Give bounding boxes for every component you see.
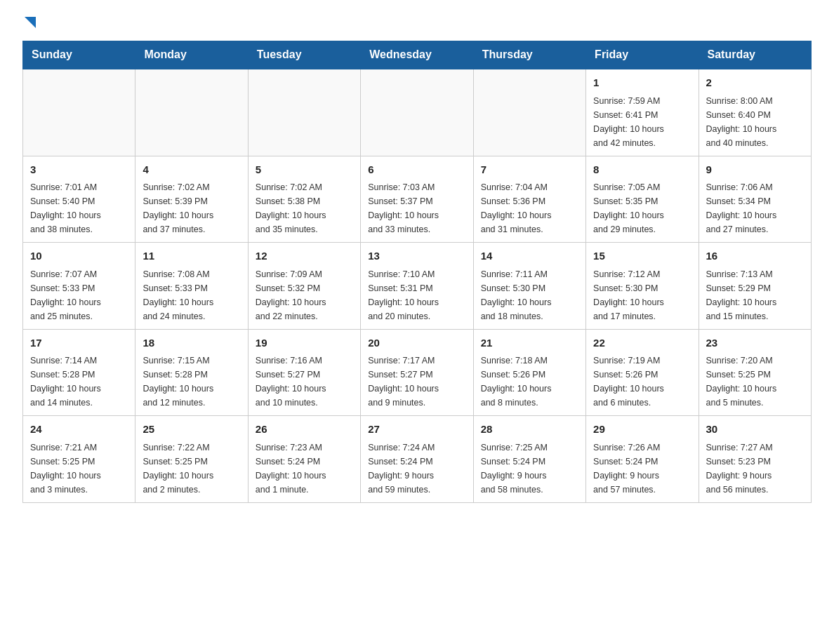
svg-marker-0 [25,17,36,28]
day-info: Sunrise: 7:10 AM Sunset: 5:31 PM Dayligh… [368,267,465,323]
calendar-cell: 22Sunrise: 7:19 AM Sunset: 5:26 PM Dayli… [586,329,699,416]
day-number: 25 [143,422,240,438]
day-info: Sunrise: 7:18 AM Sunset: 5:26 PM Dayligh… [481,354,578,410]
calendar-cell: 12Sunrise: 7:09 AM Sunset: 5:32 PM Dayli… [248,243,360,330]
calendar-header-row: SundayMondayTuesdayWednesdayThursdayFrid… [23,41,812,69]
day-info: Sunrise: 7:14 AM Sunset: 5:28 PM Dayligh… [30,354,128,410]
day-number: 21 [481,335,578,351]
day-number: 29 [593,422,691,438]
day-info: Sunrise: 7:21 AM Sunset: 5:25 PM Dayligh… [30,441,128,497]
day-info: Sunrise: 7:22 AM Sunset: 5:25 PM Dayligh… [143,441,240,497]
day-number: 1 [593,75,691,91]
logo-triangle-icon [25,17,36,31]
col-header-thursday: Thursday [473,41,585,69]
day-number: 27 [368,422,465,438]
calendar-week-row: 1Sunrise: 7:59 AM Sunset: 6:41 PM Daylig… [23,69,812,156]
calendar-cell: 9Sunrise: 7:06 AM Sunset: 5:34 PM Daylig… [699,156,811,243]
day-info: Sunrise: 7:27 AM Sunset: 5:23 PM Dayligh… [706,441,804,497]
calendar-cell: 18Sunrise: 7:15 AM Sunset: 5:28 PM Dayli… [135,329,248,416]
day-info: Sunrise: 7:03 AM Sunset: 5:37 PM Dayligh… [368,180,465,236]
day-info: Sunrise: 7:12 AM Sunset: 5:30 PM Dayligh… [593,267,691,323]
calendar-cell: 8Sunrise: 7:05 AM Sunset: 5:35 PM Daylig… [586,156,699,243]
day-number: 3 [30,162,128,178]
calendar-cell: 11Sunrise: 7:08 AM Sunset: 5:33 PM Dayli… [135,243,248,330]
calendar-cell: 17Sunrise: 7:14 AM Sunset: 5:28 PM Dayli… [23,329,135,416]
calendar-cell: 10Sunrise: 7:07 AM Sunset: 5:33 PM Dayli… [23,243,135,330]
calendar-cell: 3Sunrise: 7:01 AM Sunset: 5:40 PM Daylig… [23,156,135,243]
day-info: Sunrise: 7:08 AM Sunset: 5:33 PM Dayligh… [143,267,240,323]
calendar-week-row: 3Sunrise: 7:01 AM Sunset: 5:40 PM Daylig… [23,156,812,243]
calendar-week-row: 17Sunrise: 7:14 AM Sunset: 5:28 PM Dayli… [23,329,812,416]
calendar-week-row: 10Sunrise: 7:07 AM Sunset: 5:33 PM Dayli… [23,243,812,330]
day-info: Sunrise: 7:13 AM Sunset: 5:29 PM Dayligh… [706,267,804,323]
calendar-cell: 25Sunrise: 7:22 AM Sunset: 5:25 PM Dayli… [135,416,248,503]
day-number: 2 [706,75,804,91]
day-number: 12 [256,248,353,264]
day-number: 22 [593,335,691,351]
calendar-cell: 1Sunrise: 7:59 AM Sunset: 6:41 PM Daylig… [586,69,699,156]
calendar-cell [135,69,248,156]
calendar-cell: 24Sunrise: 7:21 AM Sunset: 5:25 PM Dayli… [23,416,135,503]
day-info: Sunrise: 7:17 AM Sunset: 5:27 PM Dayligh… [368,354,465,410]
col-header-saturday: Saturday [699,41,811,69]
col-header-friday: Friday [586,41,699,69]
day-info: Sunrise: 8:00 AM Sunset: 6:40 PM Dayligh… [706,94,804,150]
calendar-cell: 2Sunrise: 8:00 AM Sunset: 6:40 PM Daylig… [699,69,811,156]
calendar-cell: 23Sunrise: 7:20 AM Sunset: 5:25 PM Dayli… [699,329,811,416]
day-number: 16 [706,248,804,264]
calendar-cell: 19Sunrise: 7:16 AM Sunset: 5:27 PM Dayli… [248,329,360,416]
day-number: 24 [30,422,128,438]
day-info: Sunrise: 7:24 AM Sunset: 5:24 PM Dayligh… [368,441,465,497]
day-info: Sunrise: 7:20 AM Sunset: 5:25 PM Dayligh… [706,354,804,410]
calendar-cell: 4Sunrise: 7:02 AM Sunset: 5:39 PM Daylig… [135,156,248,243]
day-info: Sunrise: 7:06 AM Sunset: 5:34 PM Dayligh… [706,180,804,236]
day-number: 19 [256,335,353,351]
day-info: Sunrise: 7:07 AM Sunset: 5:33 PM Dayligh… [30,267,128,323]
calendar-cell: 30Sunrise: 7:27 AM Sunset: 5:23 PM Dayli… [699,416,811,503]
calendar-cell [361,69,473,156]
day-number: 9 [706,162,804,178]
day-info: Sunrise: 7:25 AM Sunset: 5:24 PM Dayligh… [481,441,578,497]
day-number: 5 [256,162,353,178]
day-number: 30 [706,422,804,438]
day-info: Sunrise: 7:11 AM Sunset: 5:30 PM Dayligh… [481,267,578,323]
calendar-cell: 13Sunrise: 7:10 AM Sunset: 5:31 PM Dayli… [361,243,473,330]
day-number: 26 [256,422,353,438]
day-info: Sunrise: 7:16 AM Sunset: 5:27 PM Dayligh… [256,354,353,410]
day-number: 28 [481,422,578,438]
day-info: Sunrise: 7:05 AM Sunset: 5:35 PM Dayligh… [593,180,691,236]
day-number: 6 [368,162,465,178]
day-number: 20 [368,335,465,351]
day-number: 10 [30,248,128,264]
day-info: Sunrise: 7:01 AM Sunset: 5:40 PM Dayligh… [30,180,128,236]
calendar-cell: 16Sunrise: 7:13 AM Sunset: 5:29 PM Dayli… [699,243,811,330]
calendar-cell: 29Sunrise: 7:26 AM Sunset: 5:24 PM Dayli… [586,416,699,503]
day-info: Sunrise: 7:23 AM Sunset: 5:24 PM Dayligh… [256,441,353,497]
day-number: 17 [30,335,128,351]
day-info: Sunrise: 7:19 AM Sunset: 5:26 PM Dayligh… [593,354,691,410]
day-info: Sunrise: 7:04 AM Sunset: 5:36 PM Dayligh… [481,180,578,236]
day-info: Sunrise: 7:02 AM Sunset: 5:38 PM Dayligh… [256,180,353,236]
calendar-cell: 14Sunrise: 7:11 AM Sunset: 5:30 PM Dayli… [473,243,585,330]
day-number: 8 [593,162,691,178]
col-header-tuesday: Tuesday [248,41,360,69]
calendar-cell: 28Sunrise: 7:25 AM Sunset: 5:24 PM Dayli… [473,416,585,503]
calendar-cell: 21Sunrise: 7:18 AM Sunset: 5:26 PM Dayli… [473,329,585,416]
day-info: Sunrise: 7:15 AM Sunset: 5:28 PM Dayligh… [143,354,240,410]
day-number: 23 [706,335,804,351]
day-number: 7 [481,162,578,178]
page-header [22,17,812,29]
calendar-cell: 7Sunrise: 7:04 AM Sunset: 5:36 PM Daylig… [473,156,585,243]
calendar-cell [248,69,360,156]
day-number: 11 [143,248,240,264]
col-header-wednesday: Wednesday [361,41,473,69]
day-number: 4 [143,162,240,178]
day-number: 14 [481,248,578,264]
calendar-cell [473,69,585,156]
logo [22,17,36,29]
day-number: 15 [593,248,691,264]
calendar-cell: 26Sunrise: 7:23 AM Sunset: 5:24 PM Dayli… [248,416,360,503]
col-header-sunday: Sunday [23,41,135,69]
day-info: Sunrise: 7:26 AM Sunset: 5:24 PM Dayligh… [593,441,691,497]
day-info: Sunrise: 7:59 AM Sunset: 6:41 PM Dayligh… [593,94,691,150]
